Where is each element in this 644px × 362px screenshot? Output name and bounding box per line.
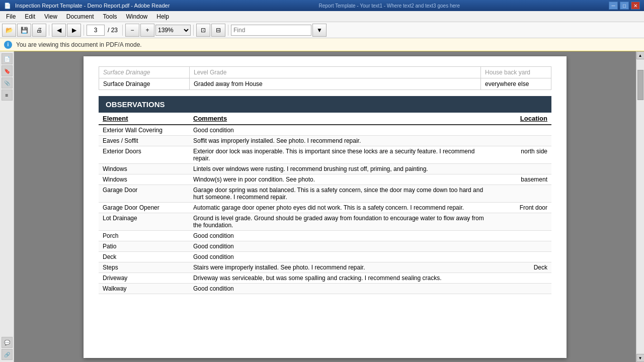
top-comment-2: Graded away from House: [190, 78, 481, 90]
maximize-button[interactable]: □: [620, 2, 629, 10]
table-row: PorchGood condition: [99, 231, 551, 241]
obs-comment-12: Driveway was serviceable, but was some s…: [189, 273, 491, 284]
col-header-element: Element: [99, 113, 189, 125]
partial-location-1: House back yard: [481, 67, 551, 78]
table-row: StepsStairs were improperly installed. S…: [99, 262, 551, 273]
obs-comment-3: Lintels over windows were rusting. I rec…: [189, 164, 491, 174]
table-row: PatioGood condition: [99, 241, 551, 252]
obs-comment-4: Window(s) were in poor condition. See ph…: [189, 174, 491, 185]
table-row: Surface Drainage Graded away from House …: [99, 78, 551, 90]
obs-comment-2: Exterior door lock was inoperable. This …: [189, 146, 491, 164]
minimize-button[interactable]: ─: [609, 2, 618, 10]
obs-comment-5: Garage door spring was not balanced. Thi…: [189, 185, 491, 203]
menu-document[interactable]: Document: [62, 12, 98, 21]
col-header-comments: Comments: [189, 113, 491, 125]
obs-location-3: [491, 164, 551, 174]
top-element-2: Surface Drainage: [99, 78, 190, 90]
table-row: Garage DoorGarage door spring was not ba…: [99, 185, 551, 203]
window-title: Inspection Report Template - Demo Report…: [15, 3, 170, 9]
observations-title: OBSERVATIONS: [106, 100, 165, 109]
sidebar-left: 📄 🔖 📎 ≡ 💬 🔗: [0, 51, 14, 362]
scroll-track[interactable]: [637, 60, 644, 353]
table-row: Surface Drainage Level Grade House back …: [99, 67, 551, 78]
obs-location-2: north side: [491, 146, 551, 164]
obs-location-5: [491, 185, 551, 203]
zoom-out-button[interactable]: −: [125, 24, 139, 37]
obs-location-0: [491, 125, 551, 136]
scroll-up-button[interactable]: ▲: [636, 51, 645, 59]
sidebar-pages-icon[interactable]: 📄: [2, 53, 13, 64]
obs-comment-1: Soffit was improperly installed. See pho…: [189, 136, 491, 146]
obs-element-5: Garage Door: [99, 185, 189, 203]
obs-element-11: Steps: [99, 262, 189, 273]
obs-comment-0: Good condition: [189, 125, 491, 136]
obs-element-12: Driveway: [99, 273, 189, 284]
page-number-input[interactable]: [87, 25, 105, 36]
obs-comment-6: Automatic garage door opener photo eyes …: [189, 203, 491, 213]
obs-comment-9: Good condition: [189, 241, 491, 252]
sidebar-link-icon[interactable]: 🔗: [2, 349, 13, 360]
open-button[interactable]: 📂: [2, 24, 16, 37]
table-row: Exterior Wall CoveringGood condition: [99, 125, 551, 136]
menu-edit[interactable]: Edit: [21, 12, 39, 21]
scroll-thumb[interactable]: [637, 70, 643, 100]
find-dropdown-button[interactable]: ▼: [312, 24, 327, 37]
obs-location-8: [491, 231, 551, 241]
close-button[interactable]: ✕: [631, 2, 640, 10]
prev-page-button[interactable]: ◀: [52, 24, 66, 37]
sidebar-attachments-icon[interactable]: 📎: [2, 77, 13, 88]
obs-element-7: Lot Drainage: [99, 213, 189, 231]
top-location-2: everywhere else: [481, 78, 551, 90]
scrollbar-right[interactable]: ▲ ▼: [636, 51, 644, 362]
menu-window[interactable]: Window: [122, 12, 152, 21]
obs-element-6: Garage Door Opener: [99, 203, 189, 213]
table-row: WalkwayGood condition: [99, 284, 551, 294]
obs-location-13: [491, 284, 551, 294]
menu-view[interactable]: View: [40, 12, 61, 21]
scroll-down-button[interactable]: ▼: [636, 354, 645, 362]
info-icon: i: [4, 41, 12, 49]
table-row: WindowsLintels over windows were rusting…: [99, 164, 551, 174]
info-bar: i You are viewing this document in PDF/A…: [0, 38, 644, 51]
obs-comment-8: Good condition: [189, 231, 491, 241]
obs-element-0: Exterior Wall Covering: [99, 125, 189, 136]
zoom-in-button[interactable]: +: [140, 24, 154, 37]
fit-width-button[interactable]: ⊟: [211, 24, 225, 37]
zoom-select[interactable]: 139% 100% 75% 50%: [155, 25, 191, 36]
next-page-button[interactable]: ▶: [67, 24, 81, 37]
obs-location-4: basement: [491, 174, 551, 185]
obs-element-3: Windows: [99, 164, 189, 174]
table-header-row: Element Comments Location: [99, 113, 551, 125]
info-message: You are viewing this document in PDF/A m…: [16, 41, 142, 48]
sidebar-comments-icon[interactable]: 💬: [2, 337, 13, 348]
save-button[interactable]: 💾: [17, 24, 31, 37]
toolbar: 📂 💾 🖨 ◀ ▶ / 23 − + 139% 100% 75% 50% ⊡ ⊟…: [0, 22, 644, 38]
menu-file[interactable]: File: [2, 12, 20, 21]
obs-element-10: Deck: [99, 252, 189, 262]
obs-comment-7: Ground is level grade. Ground should be …: [189, 213, 491, 231]
obs-element-1: Eaves / Soffit: [99, 136, 189, 146]
main-layout: 📄 🔖 📎 ≡ 💬 🔗 Surface Drainage Level Grade…: [0, 51, 644, 362]
obs-element-8: Porch: [99, 231, 189, 241]
col-header-location: Location: [491, 113, 551, 125]
sidebar-layers-icon[interactable]: ≡: [2, 89, 13, 101]
fit-page-button[interactable]: ⊡: [196, 24, 210, 37]
print-button[interactable]: 🖨: [32, 24, 46, 37]
pdf-area[interactable]: Surface Drainage Level Grade House back …: [14, 51, 636, 362]
app-icon: 📄: [4, 3, 11, 9]
partial-comment-1: Level Grade: [190, 67, 481, 78]
obs-location-7: [491, 213, 551, 231]
find-input[interactable]: [231, 25, 311, 36]
table-row: Eaves / SoffitSoffit was improperly inst…: [99, 136, 551, 146]
menu-tools[interactable]: Tools: [99, 12, 121, 21]
sidebar-bookmarks-icon[interactable]: 🔖: [2, 65, 13, 76]
title-bar: 📄 Inspection Report Template - Demo Repo…: [0, 0, 644, 11]
observations-table: Element Comments Location Exterior Wall …: [99, 113, 551, 294]
table-row: Lot DrainageGround is level grade. Groun…: [99, 213, 551, 231]
obs-element-2: Exterior Doors: [99, 146, 189, 164]
menu-help[interactable]: Help: [152, 12, 173, 21]
table-row: Exterior DoorsExterior door lock was ino…: [99, 146, 551, 164]
obs-location-10: [491, 252, 551, 262]
top-table: Surface Drainage Level Grade House back …: [99, 66, 551, 90]
obs-element-9: Patio: [99, 241, 189, 252]
